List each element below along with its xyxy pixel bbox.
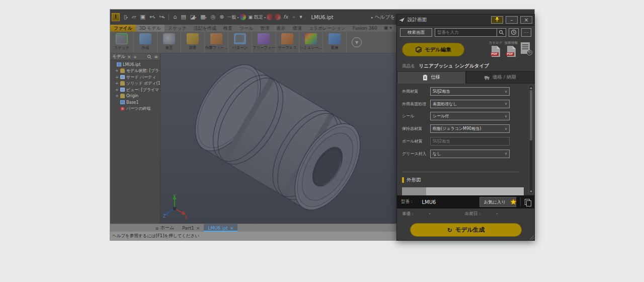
sketch-tool-button[interactable]: ◪▾ <box>189 13 198 22</box>
spec-dropdown[interactable]: なし∨ <box>430 150 510 158</box>
catalog-pdf-link[interactable]: カタログ PDF <box>489 41 503 57</box>
pin-button[interactable] <box>491 16 503 24</box>
tree-expander[interactable]: + <box>115 94 119 98</box>
redo-button[interactable]: ↪▾ <box>157 13 166 22</box>
ribbon-group-workfeat[interactable]: 作業フィー... <box>205 32 228 53</box>
no-material-button[interactable]: ⊗ <box>218 13 225 22</box>
color-wheel-icon[interactable] <box>240 14 246 20</box>
menu-tab-5[interactable]: ツール <box>236 25 257 32</box>
panel-title-bar[interactable]: 設計画面 – × <box>397 15 534 26</box>
tree-expander[interactable]: + <box>115 68 119 73</box>
ribbon-collapse-button[interactable]: ▼ <box>352 37 362 47</box>
menu-tab-10[interactable]: Fusion 360 <box>349 25 381 32</box>
history-button[interactable] <box>509 28 519 37</box>
adjust-appearance-icon[interactable] <box>267 14 273 20</box>
home-button[interactable]: ⌂ <box>172 13 178 22</box>
menu-tab-file[interactable]: ファイル <box>110 25 136 32</box>
menu-tab-8[interactable]: 環境 <box>289 25 305 32</box>
ribbon-group-modify[interactable]: 修正 <box>157 32 181 53</box>
doc-tab-2[interactable]: LMU6.ipt× <box>204 224 237 232</box>
undo-button[interactable]: ↩▾ <box>148 13 156 22</box>
ribbon-group-pattern[interactable]: パターン <box>228 32 252 53</box>
close-tab-icon[interactable]: × <box>230 226 234 231</box>
browser-menu-icon[interactable]: ≡ <box>154 54 158 60</box>
resize-grip[interactable] <box>529 235 534 240</box>
new-document-button[interactable]: ▯▾ <box>122 13 129 22</box>
ribbon-group-surface[interactable]: サーフェス <box>276 32 299 53</box>
material-block-button[interactable]: ▦▾ <box>199 13 208 22</box>
tree-expander[interactable]: + <box>115 88 119 92</box>
generate-model-button[interactable]: ↻ モデル生成 <box>410 223 522 237</box>
help-search[interactable]: ▸ ヘルプを <box>371 14 395 21</box>
close-button[interactable]: × <box>520 16 532 24</box>
tab-price[interactable]: 価格 / 納期 <box>466 71 535 84</box>
tree-item-label: ビュー: [プライマリ] <box>126 87 160 93</box>
spec-label: 外筒材質 <box>402 89 430 94</box>
scroll-up-icon[interactable]: ▲ <box>529 86 533 89</box>
tree-item[interactable]: Base1 <box>112 99 160 106</box>
tree-item[interactable]: +モデル状態: [プライマリ] <box>112 68 160 75</box>
screen-capture-menu[interactable]: ▣ ▾ <box>384 25 392 32</box>
part-number-input[interactable] <box>435 30 497 35</box>
spec-dropdown[interactable]: 表面処理なし∨ <box>430 100 510 108</box>
tree-item[interactable]: +ビュー: [プライマリ] <box>112 87 160 93</box>
ribbon-group-inspect[interactable]: 調査 <box>181 32 205 53</box>
menu-tab-6[interactable]: 管理 <box>257 25 273 32</box>
freeform-icon <box>258 33 270 44</box>
menu-tab-2[interactable]: スケッチ <box>165 25 190 32</box>
ribbon-group-sketch[interactable]: スケッチ <box>110 32 134 53</box>
ribbon-group-convert[interactable]: 変換 <box>323 32 347 53</box>
menu-tab-3[interactable]: 注記を作成 <box>190 25 220 32</box>
model-edit-button[interactable]: モデル編集 <box>402 43 464 56</box>
panel-scrollbar[interactable]: ▲ ▼ <box>529 85 533 194</box>
menu-tab-7[interactable]: 表示 <box>273 25 289 32</box>
add-command-button[interactable]: ＋ <box>289 13 298 22</box>
add-browser-icon[interactable]: + <box>133 54 137 60</box>
tab-spec[interactable]: 仕様 <box>397 71 466 84</box>
scrollbar-thumb[interactable] <box>530 90 532 140</box>
parameters-fx-button[interactable]: fx <box>282 13 289 22</box>
pattern-icon <box>234 33 246 44</box>
tree-expander[interactable]: + <box>115 81 119 86</box>
appearance-dropdown[interactable]: ▣ 既定 <box>247 13 265 22</box>
tree-item[interactable]: +サード パーティ <box>112 74 160 81</box>
ribbon-group-create[interactable]: 作成 <box>134 32 157 53</box>
copy-screen-button[interactable]: ▤ <box>179 13 187 22</box>
spec-dropdown[interactable]: SUJ2相当∨ <box>430 87 510 96</box>
ribbon-group-freeform[interactable]: フリーフォー... <box>252 32 276 53</box>
spec-dropdown[interactable]: 樹脂(ジュラコンM90相当)∨ <box>430 124 510 133</box>
scroll-down-icon[interactable]: ▼ <box>529 190 533 193</box>
tree-item[interactable]: ×パーツの終端 <box>112 106 160 112</box>
save-button[interactable]: ▣ <box>139 13 147 22</box>
close-browser-icon[interactable]: × <box>127 54 131 60</box>
favorite-button[interactable]: お気に入り ★ <box>479 197 516 207</box>
tree-item[interactable]: +ソリッド ボディ(1) <box>112 81 160 87</box>
spec-dropdown[interactable]: シール付∨ <box>430 112 510 120</box>
menu-tab-1[interactable]: 3D モデル <box>136 25 165 32</box>
inventor-logo-icon[interactable]: I <box>112 13 120 21</box>
search-button[interactable] <box>497 29 506 36</box>
select-button[interactable]: ◎ <box>209 13 217 22</box>
material-dropdown[interactable]: 一般 <box>225 13 237 22</box>
panel-tabs: 仕様価格 / 納期 <box>397 71 534 84</box>
quote-document-button[interactable]: ↻ <box>521 42 530 54</box>
open-button[interactable]: ▱ <box>130 13 137 22</box>
comment-button[interactable]: ⋯ <box>521 28 531 37</box>
menu-tab-9[interactable]: コラボレーション <box>305 25 349 32</box>
tree-item[interactable]: LMU6.ipt <box>112 61 160 68</box>
ribbon-group-simulate[interactable]: シミュレー... <box>299 32 323 53</box>
tree-item[interactable]: +Origin <box>112 93 160 100</box>
copy-button[interactable] <box>525 199 530 205</box>
customize-toolbar-button[interactable]: ▾ <box>298 13 304 22</box>
menu-tab-4[interactable]: 検査 <box>220 25 236 32</box>
tree-expander[interactable]: + <box>115 75 119 80</box>
doc-tab-0[interactable]: ⌂ホーム <box>151 224 178 232</box>
doc-tab-1[interactable]: Part1× <box>178 224 204 232</box>
search-screen-button[interactable]: 検索画面 <box>400 28 432 37</box>
tech-info-pdf-link[interactable]: 技術情報 PDF <box>504 41 518 57</box>
clear-appearance-icon[interactable] <box>275 14 281 20</box>
search-icon[interactable] <box>147 54 152 59</box>
minimize-button[interactable]: – <box>506 16 518 24</box>
sketch-icon <box>116 33 128 44</box>
close-tab-icon[interactable]: × <box>196 226 200 231</box>
